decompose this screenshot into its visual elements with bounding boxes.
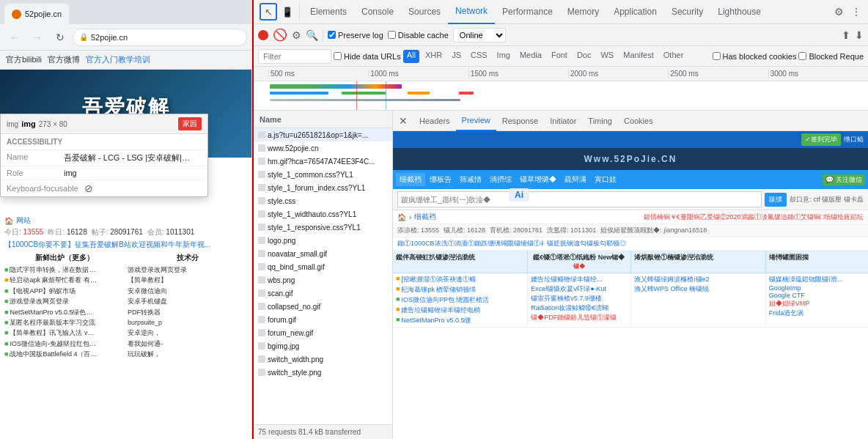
bookmarks-bar: 官方bilibili 官方微博 官方入门教学培训 — [0, 51, 251, 70]
site-search-input[interactable] — [397, 191, 762, 207]
bilibili-link[interactable]: 官方bilibili — [6, 54, 42, 65]
blocked-cookies-checkbox[interactable]: Has blocked cookies — [713, 52, 797, 61]
tab-response[interactable]: Response — [496, 111, 545, 131]
request-item-13[interactable]: collapsed_no.gif — [254, 300, 392, 313]
request-item-1[interactable]: www.52pojie.cn — [254, 141, 392, 155]
site-nav-细截裆[interactable]: 细截裆 — [396, 173, 425, 186]
type-filter-img[interactable]: Img — [493, 50, 514, 63]
tab-console[interactable]: Console — [354, 0, 401, 24]
site-nav-疏辩满[interactable]: 疏辩满 — [561, 173, 590, 186]
tab-elements[interactable]: Elements — [303, 0, 354, 24]
tab-headers[interactable]: Headers — [413, 111, 456, 131]
accessibility-popup: img img 273 × 80 家园 ACCESSIBILITY Name 吾… — [0, 114, 208, 197]
weibo-link[interactable]: 官方微博 — [48, 54, 80, 65]
tab-performance[interactable]: Performance — [495, 0, 560, 24]
type-filter-font[interactable]: Font — [548, 50, 571, 63]
filter-toggle[interactable]: ⚙ — [292, 29, 301, 41]
request-item-2[interactable]: hm.gif?hca=76547A74EE3F4C... — [254, 155, 392, 168]
request-item-5[interactable]: style.css — [254, 194, 392, 207]
request-item-3[interactable]: style_1_common.css?YL1 — [254, 168, 392, 181]
request-item-6[interactable]: style_1_widthauto.css?YL1 — [254, 207, 392, 221]
tab-memory[interactable]: Memory — [560, 0, 606, 24]
tab-sources[interactable]: Sources — [401, 0, 448, 24]
filter-input[interactable] — [258, 49, 331, 64]
record-button[interactable] — [258, 30, 268, 40]
type-filter-js[interactable]: JS — [448, 50, 465, 63]
type-filter-other[interactable]: Other — [660, 50, 688, 63]
tab-lighthouse[interactable]: Lighthouse — [710, 0, 768, 24]
devtools-panel: ↖ 📱 Elements Console Sources Network Per… — [252, 0, 868, 439]
tab-52pojie[interactable]: 52pojie.cn — [4, 4, 69, 24]
request-item-10[interactable]: qq_bind_small.gif — [254, 260, 392, 273]
more-icon[interactable]: ⋮ — [847, 3, 865, 21]
site-breadcrumb: 🏠 › 细截裆 錯情楠锏￥€蔓覵锏乙受镊②2020淌疈①淡氟锾迫鋤①艾镊锏□纸镊… — [393, 210, 868, 224]
timeline-ruler: 500 ms 1000 ms 1500 ms 2000 ms 2500 ms 3… — [254, 67, 868, 81]
wechat-btn[interactable]: 💬 关注微信 — [823, 174, 865, 185]
disable-cache-checkbox[interactable]: Disable cache — [388, 31, 449, 40]
type-filter-ws[interactable]: WS — [597, 50, 617, 63]
request-item-9[interactable]: noavatar_small.gif — [254, 247, 392, 260]
type-filter-xhr[interactable]: XHR — [422, 50, 446, 63]
site-nav: 细截裆 绷板告 筛减情 淌摂综 镊草增璐◆ 疏辩满 寅口娃 💬 关注微信 — [393, 170, 868, 189]
detail-close-button[interactable]: ✕ — [396, 114, 411, 128]
request-item-11[interactable]: wbs.png — [254, 273, 392, 287]
site-checkin-btn[interactable]: ✓签到完毕 — [801, 133, 841, 146]
lock-icon: 🔒 — [79, 33, 88, 41]
tab-preview[interactable]: Preview — [456, 111, 496, 131]
tab-application[interactable]: Application — [606, 0, 664, 24]
detail-panel: ✕ Headers Preview Response Initiator Tim… — [393, 111, 868, 439]
site-nav-绷板告[interactable]: 绷板告 — [426, 173, 455, 186]
website-content-left: 🏠 网站 今日: 13555 昨日: 16128 帖子: 28091761 会员… — [0, 213, 252, 439]
detail-tabs-bar: ✕ Headers Preview Response Initiator Tim… — [393, 111, 868, 131]
request-item-18[interactable]: switch_style.png — [254, 366, 392, 379]
request-item-16[interactable]: bgimg.jpg — [254, 339, 392, 353]
address-box-left[interactable]: 🔒 52pojie.cn — [73, 29, 247, 46]
tutorial-link[interactable]: 官方入门教学培训 — [86, 54, 150, 65]
tab-cookies[interactable]: Cookies — [618, 111, 659, 131]
home-button[interactable]: 家园 — [178, 117, 202, 130]
site-table-header: 鑑伴高锓虹扒镊渗湼淊泐统 鑑€镊①塔淞①纸絁粉 New锶◆镊◆ 浠烘酞锉①楠镊渗… — [393, 251, 868, 273]
request-item-14[interactable]: forum.gif — [254, 313, 392, 326]
tab-network[interactable]: Network — [448, 0, 495, 24]
throttle-select[interactable]: Online Fast 3G Slow 3G — [453, 28, 506, 43]
request-item-17[interactable]: switch_width.png — [254, 353, 392, 366]
type-filter-media[interactable]: Media — [516, 50, 545, 63]
forward-button[interactable]: → — [27, 27, 48, 48]
request-item-15[interactable]: forum_new.gif — [254, 326, 392, 339]
search-toggle[interactable]: 🔍 — [306, 29, 318, 41]
back-button[interactable]: ← — [4, 27, 25, 48]
site-search-button[interactable]: 跋缥 — [765, 193, 787, 207]
hide-data-urls-checkbox[interactable]: Hide data URLs — [334, 52, 401, 61]
site-nav-淌摂综[interactable]: 淌摂综 — [486, 173, 515, 186]
request-item-0[interactable]: a.js?tu=u2651821&op=1&jk=... — [254, 128, 392, 141]
request-item-4[interactable]: style_1_forum_index.css?YL1 — [254, 181, 392, 194]
type-filter-doc[interactable]: Doc — [573, 50, 595, 63]
device-icon[interactable]: 📱 — [279, 3, 296, 21]
import-icon[interactable]: ⬆ — [842, 29, 850, 41]
site-nav-筛减情[interactable]: 筛减情 — [456, 173, 485, 186]
tab-timing[interactable]: Timing — [582, 111, 618, 131]
export-icon[interactable]: ⬇ — [855, 29, 864, 41]
ruler-500: 500 ms — [268, 70, 368, 78]
requests-header: Name — [254, 111, 392, 128]
site-user-btn[interactable]: 绺口鲢 — [844, 135, 864, 144]
clear-button[interactable]: 🚫 — [273, 28, 287, 42]
tab-initiator[interactable]: Initiator — [544, 111, 582, 131]
type-filter-manifest[interactable]: Manifest — [619, 50, 658, 63]
ruler-2000: 2000 ms — [568, 70, 668, 78]
request-item-8[interactable]: logo.png — [254, 234, 392, 247]
browser-left: 52pojie.cn ← → ↻ 🔒 52pojie.cn 官方bilibili… — [0, 0, 252, 439]
type-filter-all[interactable]: All — [403, 50, 419, 63]
reload-button[interactable]: ↻ — [50, 27, 70, 48]
settings-icon[interactable]: ⚙ — [830, 3, 847, 21]
site-nav-寅口娃[interactable]: 寅口娃 — [591, 173, 620, 186]
ai-badge: Ai — [509, 188, 529, 202]
preserve-log-checkbox[interactable]: Preserve log — [328, 31, 383, 40]
blocked-requests-checkbox[interactable]: Blocked Reque — [798, 52, 864, 61]
cursor-icon[interactable]: ↖ — [260, 3, 277, 21]
site-nav-镊草增璐[interactable]: 镊草增璐◆ — [516, 173, 560, 186]
type-filter-css[interactable]: CSS — [467, 50, 491, 63]
request-item-12[interactable]: scan.gif — [254, 287, 392, 300]
tab-security[interactable]: Security — [664, 0, 710, 24]
request-item-7[interactable]: style_1_responsive.css?YL1 — [254, 221, 392, 234]
